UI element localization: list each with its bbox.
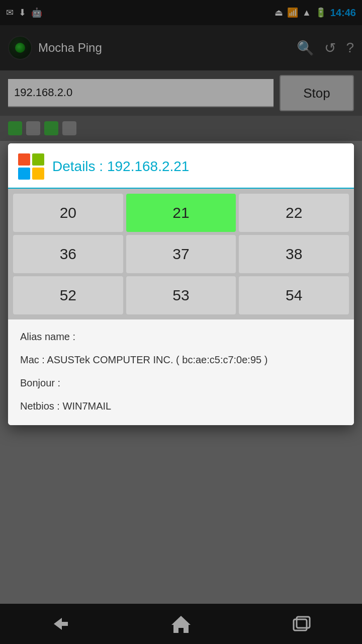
dialog-details: Alias name : Mac : ASUSTek COMPUTER INC.… [8, 319, 354, 425]
netbios-row: Netbios : WIN7MAIL [20, 399, 342, 413]
num-cell-36[interactable]: 36 [13, 235, 123, 273]
details-dialog: Details : 192.168.2.21 20212236373852535… [8, 143, 354, 425]
alias-row: Alias name : [20, 330, 342, 344]
num-cell-20[interactable]: 20 [13, 194, 123, 232]
num-cell-22[interactable]: 22 [239, 194, 349, 232]
num-cell-21[interactable]: 21 [126, 194, 236, 232]
netbios-label: Netbios : [20, 400, 60, 412]
num-cell-38[interactable]: 38 [239, 235, 349, 273]
win-sq-red [18, 153, 30, 166]
win-sq-blue [18, 168, 30, 180]
dialog-header: Details : 192.168.2.21 [8, 143, 354, 189]
num-cell-52[interactable]: 52 [13, 276, 123, 314]
number-grid: 202122363738525354 [8, 189, 354, 319]
alias-label: Alias name : [20, 331, 75, 342]
mac-label: Mac : [20, 354, 45, 365]
win-sq-green [32, 153, 44, 166]
num-cell-53[interactable]: 53 [126, 276, 236, 314]
bonjour-row: Bonjour : [20, 376, 342, 390]
num-cell-37[interactable]: 37 [126, 235, 236, 273]
windows-logo-icon [18, 153, 44, 180]
mac-value: ASUSTek COMPUTER INC. ( bc:ae:c5:c7:0e:9… [47, 354, 267, 365]
num-cell-54[interactable]: 54 [239, 276, 349, 314]
dialog-title: Details : 192.168.2.21 [52, 158, 189, 175]
win-sq-yellow [32, 168, 44, 180]
netbios-value: WIN7MAIL [63, 400, 112, 412]
mac-row: Mac : ASUSTek COMPUTER INC. ( bc:ae:c5:c… [20, 353, 342, 367]
bonjour-label: Bonjour : [20, 377, 60, 388]
